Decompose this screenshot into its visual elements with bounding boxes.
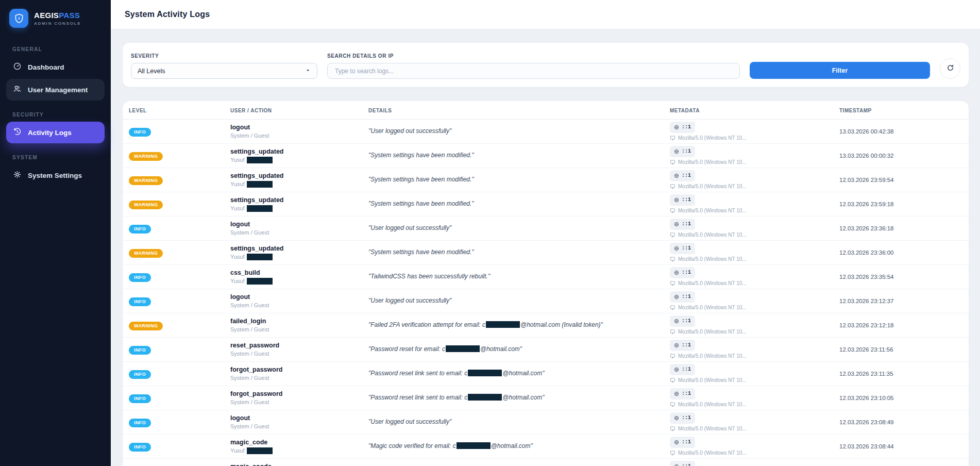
globe-icon xyxy=(674,123,679,131)
ip-pill: ::1 xyxy=(670,412,695,424)
metadata-cell: ::1 Mozilla/5.0 (Windows NT 10... xyxy=(670,461,839,466)
user-line: Yusuf xyxy=(230,156,368,163)
sidebar-item-activity-logs[interactable]: Activity Logs xyxy=(6,122,105,143)
monitor-icon xyxy=(670,208,675,214)
section-label-system: SYSTEM xyxy=(12,155,98,160)
monitor-icon xyxy=(670,184,675,190)
details-text: "System settings have been modified." xyxy=(368,152,474,159)
redacted-details xyxy=(446,345,480,352)
redacted-details xyxy=(457,442,491,449)
action-name: forgot_password xyxy=(230,366,368,374)
level-badge: INFO xyxy=(129,370,151,379)
table-body: INFO logout System / Guest "User logged … xyxy=(123,120,969,466)
sidebar-item-user-management[interactable]: User Management xyxy=(6,79,105,101)
ip-address: ::1 xyxy=(682,173,691,178)
history-icon xyxy=(13,127,22,138)
timestamp: 12.03.2026 23:35:54 xyxy=(839,274,969,280)
timestamp: 12.03.2026 23:59:54 xyxy=(839,177,969,183)
metadata-cell: ::1 Mozilla/5.0 (Windows NT 10... xyxy=(670,437,839,457)
logs-table: LEVEL USER / ACTION DETAILS METADATA TIM… xyxy=(123,101,969,466)
user-name: System / Guest xyxy=(230,326,269,333)
severity-select[interactable]: All Levels xyxy=(131,63,317,79)
ip-address: ::1 xyxy=(682,319,691,324)
redacted-details xyxy=(486,321,520,328)
metadata-cell: ::1 Mozilla/5.0 (Windows NT 10... xyxy=(670,364,839,384)
sidebar: AEGISPASS ADMIN CONSOLE GENERAL Dashboar… xyxy=(0,0,111,466)
ip-address: ::1 xyxy=(682,197,691,203)
ip-address: ::1 xyxy=(682,270,691,275)
monitor-icon xyxy=(670,280,675,287)
user-line: System / Guest xyxy=(230,229,368,236)
monitor-icon xyxy=(670,377,675,384)
monitor-icon xyxy=(670,159,675,166)
table-row[interactable]: INFO logout System / Guest "User logged … xyxy=(123,217,969,241)
redacted-user xyxy=(247,447,273,454)
table-row[interactable]: INFO magic_code Yusuf "Magic code verifi… xyxy=(123,435,969,459)
user-agent-text: Mozilla/5.0 (Windows NT 10... xyxy=(678,426,747,431)
table-row[interactable]: INFO forgot_password System / Guest "Pas… xyxy=(123,362,969,386)
action-name: logout xyxy=(230,221,368,229)
user-agent-text: Mozilla/5.0 (Windows NT 10... xyxy=(678,354,747,359)
user-name: System / Guest xyxy=(230,423,269,430)
ip-address: ::1 xyxy=(682,464,691,466)
action-name: css_build xyxy=(230,269,368,277)
user-name: System / Guest xyxy=(230,302,269,309)
details-cell: "User logged out successfully" xyxy=(368,418,670,426)
filter-button[interactable]: Filter xyxy=(750,62,930,79)
user-line: System / Guest xyxy=(230,302,368,309)
app-subtitle: ADMIN CONSOLE xyxy=(34,21,81,26)
user-name: Yusuf xyxy=(230,180,245,188)
chevron-down-icon xyxy=(305,68,311,75)
action-name: settings_updated xyxy=(230,148,368,156)
details-cell: "System settings have been modified." xyxy=(368,248,670,257)
level-badge: INFO xyxy=(129,273,151,282)
ip-pill: ::1 xyxy=(670,388,695,400)
table-row[interactable]: WARNING settings_updated Yusuf "System s… xyxy=(123,144,969,168)
metadata-cell: ::1 Mozilla/5.0 (Windows NT 10... xyxy=(670,267,839,287)
column-header-timestamp: TIMESTAMP xyxy=(839,108,969,113)
redacted-details xyxy=(468,370,502,376)
redacted-user xyxy=(247,278,273,285)
user-agent-text: Mozilla/5.0 (Windows NT 10... xyxy=(678,232,747,238)
user-agent-line: Mozilla/5.0 (Windows NT 10... xyxy=(670,208,839,214)
section-label-security: SECURITY xyxy=(12,112,98,118)
table-row[interactable]: WARNING settings_updated Yusuf "System s… xyxy=(123,168,969,192)
table-row[interactable]: INFO reset_password System / Guest "Pass… xyxy=(123,338,969,362)
table-row[interactable]: INFO logout System / Guest "User logged … xyxy=(123,289,969,313)
sidebar-item-system-settings[interactable]: System Settings xyxy=(6,164,105,186)
metadata-cell: ::1 Mozilla/5.0 (Windows NT 10... xyxy=(670,340,839,360)
table-row[interactable]: WARNING settings_updated Yusuf "System s… xyxy=(123,241,969,265)
table-row[interactable]: INFO css_build Yusuf "TailwindCSS has be… xyxy=(123,265,969,289)
monitor-icon xyxy=(670,135,675,142)
redacted-user xyxy=(247,181,273,188)
monitor-icon xyxy=(670,426,675,432)
redacted-user xyxy=(247,205,273,212)
table-row[interactable]: INFO logout System / Guest "User logged … xyxy=(123,120,969,144)
timestamp: 12.03.2026 23:36:00 xyxy=(839,249,969,256)
table-row[interactable]: INFO magic_coode System / Guest "Magic c… xyxy=(123,459,969,466)
level-badge: INFO xyxy=(129,225,151,234)
details-text: "Failed 2FA verification attempt for ema… xyxy=(368,321,485,328)
sidebar-item-dashboard[interactable]: Dashboard xyxy=(6,56,105,78)
timestamp: 12.03.2026 23:08:44 xyxy=(839,443,969,450)
table-row[interactable]: INFO forgot_password System / Guest "Pas… xyxy=(123,386,969,410)
user-agent-text: Mozilla/5.0 (Windows NT 10... xyxy=(678,257,747,262)
ip-address: ::1 xyxy=(682,415,691,421)
action-name: reset_password xyxy=(230,342,368,350)
details-cell: "System settings have been modified." xyxy=(368,176,670,184)
timestamp: 12.03.2026 23:36:18 xyxy=(839,225,969,231)
details-text-after: @hotmail.com" xyxy=(502,394,544,401)
level-badge: WARNING xyxy=(129,176,163,185)
table-row[interactable]: WARNING failed_login System / Guest "Fai… xyxy=(123,313,969,338)
refresh-button[interactable] xyxy=(940,58,960,79)
action-name: logout xyxy=(230,293,368,302)
user-name: Yusuf xyxy=(230,156,245,163)
search-label: SEARCH DETAILS OR IP xyxy=(327,53,740,59)
table-row[interactable]: INFO logout System / Guest "User logged … xyxy=(123,410,969,435)
details-cell: "Password reset for email: c@hotmail.com… xyxy=(368,345,670,354)
globe-icon xyxy=(674,147,679,156)
table-row[interactable]: WARNING settings_updated Yusuf "System s… xyxy=(123,192,969,217)
timestamp: 12.03.2026 23:10:05 xyxy=(839,395,969,401)
ip-pill: ::1 xyxy=(670,340,695,351)
search-input[interactable] xyxy=(327,63,740,79)
